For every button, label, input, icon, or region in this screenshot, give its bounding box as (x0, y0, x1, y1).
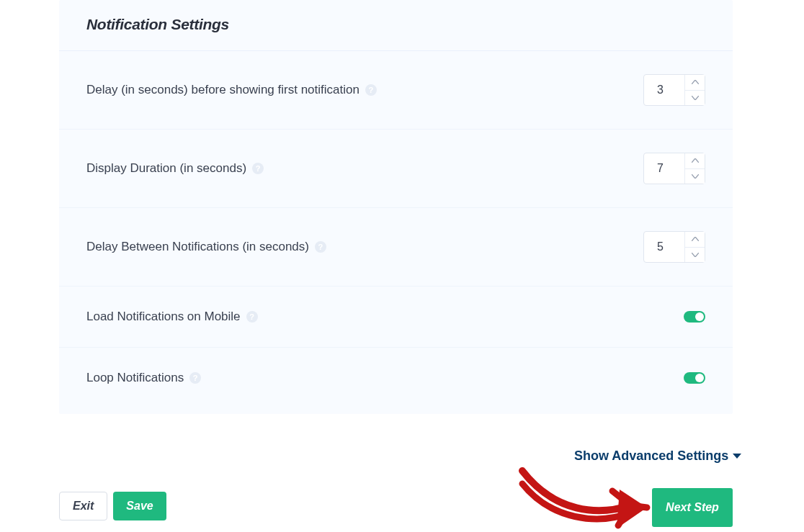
row-label: Delay Between Notifications (in seconds)… (86, 240, 326, 254)
stepper-group (684, 153, 705, 184)
stepper-group (684, 232, 705, 262)
caret-down-icon (733, 454, 741, 459)
notification-settings-panel: Notification Settings Delay (in seconds)… (59, 0, 733, 414)
panel-title: Notification Settings (86, 16, 705, 33)
delay-between-input-group (643, 231, 705, 263)
display-duration-input[interactable] (644, 153, 684, 184)
help-icon[interactable]: ? (246, 311, 258, 323)
save-button[interactable]: Save (113, 492, 166, 520)
display-duration-input-group (643, 153, 705, 184)
next-step-button[interactable]: Next Step (652, 488, 733, 527)
help-icon[interactable]: ? (189, 372, 201, 384)
step-up-button[interactable] (685, 232, 705, 248)
label-text: Loop Notifications (86, 371, 184, 385)
row-display-duration: Display Duration (in seconds) ? (59, 130, 733, 208)
help-icon[interactable]: ? (252, 163, 264, 174)
toggle-knob (695, 374, 704, 382)
step-up-button[interactable] (685, 153, 705, 169)
footer-left-buttons: Exit Save (59, 492, 166, 520)
row-loop-toggle: Loop Notifications ? (59, 348, 733, 414)
step-down-button[interactable] (685, 91, 705, 106)
row-mobile-toggle: Load Notifications on Mobile ? (59, 287, 733, 348)
svg-marker-0 (617, 490, 647, 528)
delay-first-input[interactable] (644, 75, 684, 105)
stepper-group (684, 75, 705, 105)
arrow-annotation-icon (512, 462, 656, 532)
row-delay-between: Delay Between Notifications (in seconds)… (59, 208, 733, 287)
exit-button[interactable]: Exit (59, 492, 107, 520)
label-text: Display Duration (in seconds) (86, 161, 246, 176)
loop-toggle[interactable] (684, 372, 705, 384)
row-label: Display Duration (in seconds) ? (86, 161, 264, 176)
show-advanced-settings-link[interactable]: Show Advanced Settings (574, 448, 741, 464)
help-icon[interactable]: ? (315, 241, 326, 253)
advanced-link-text: Show Advanced Settings (574, 448, 728, 464)
label-text: Load Notifications on Mobile (86, 310, 241, 324)
mobile-toggle[interactable] (684, 311, 705, 323)
row-label: Load Notifications on Mobile ? (86, 310, 258, 324)
step-down-button[interactable] (685, 169, 705, 184)
toggle-knob (695, 312, 704, 321)
label-text: Delay (in seconds) before showing first … (86, 83, 359, 97)
row-label: Loop Notifications ? (86, 371, 201, 385)
step-up-button[interactable] (685, 75, 705, 91)
panel-header: Notification Settings (59, 0, 733, 51)
label-text: Delay Between Notifications (in seconds) (86, 240, 309, 254)
delay-between-input[interactable] (644, 232, 684, 262)
step-down-button[interactable] (685, 248, 705, 263)
delay-first-input-group (643, 74, 705, 106)
help-icon[interactable]: ? (365, 84, 377, 96)
row-delay-first: Delay (in seconds) before showing first … (59, 51, 733, 130)
row-label: Delay (in seconds) before showing first … (86, 83, 377, 97)
